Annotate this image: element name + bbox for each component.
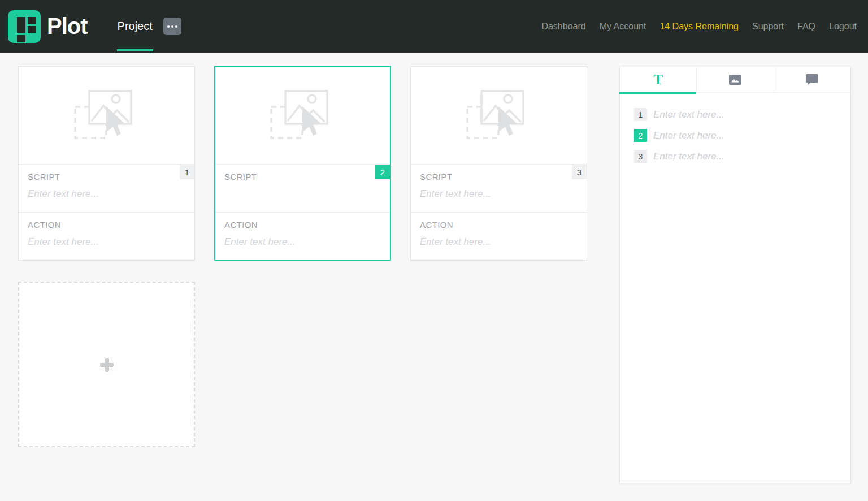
storyboard-card-1: 1 SCRIPT Enter text here... ACTION Enter… [18, 66, 195, 261]
text-row-2-badge: 2 [634, 129, 647, 142]
tab-comment[interactable] [774, 67, 850, 92]
text-row-2[interactable]: 2 Enter text here... [634, 129, 850, 142]
nav-my-account[interactable]: My Account [600, 21, 646, 32]
nav-support[interactable]: Support [752, 21, 784, 32]
card-3-script-input[interactable]: Enter text here... [420, 188, 491, 200]
text-row-3-badge: 3 [634, 150, 647, 163]
card-3-script-label: SCRIPT [420, 172, 452, 182]
text-rows-list: 1 Enter text here... 2 Enter text here..… [620, 93, 850, 163]
image-tab-icon [729, 75, 741, 85]
card-1-script-label: SCRIPT [28, 172, 60, 182]
storyboard-card-3: 3 SCRIPT Enter text here... ACTION Enter… [410, 66, 587, 261]
card-2-action-input[interactable]: Enter text here... [224, 236, 296, 248]
image-placeholder-icon [466, 89, 532, 141]
top-nav: Dashboard My Account 14 Days Remaining S… [541, 21, 857, 32]
image-placeholder-icon [73, 89, 140, 141]
card-1-script-section: 1 SCRIPT Enter text here... [19, 165, 194, 213]
card-1-image-dropzone[interactable] [19, 67, 194, 165]
text-row-1-badge: 1 [634, 108, 647, 121]
card-2-number-badge: 2 [375, 165, 390, 179]
text-row-1-input[interactable]: Enter text here... [653, 109, 724, 120]
card-3-image-dropzone[interactable] [411, 67, 587, 165]
card-1-action-input[interactable]: Enter text here... [28, 236, 99, 248]
card-3-action-input[interactable]: Enter text here... [420, 236, 491, 248]
text-row-3-input[interactable]: Enter text here... [653, 151, 724, 162]
card-3-number-badge: 3 [572, 165, 587, 179]
text-row-1[interactable]: 1 Enter text here... [634, 108, 850, 121]
add-card-button[interactable] [18, 282, 195, 447]
nav-logout[interactable]: Logout [829, 21, 857, 32]
card-2-action-section: ACTION Enter text here... [215, 213, 390, 261]
plot-logo-icon [8, 10, 41, 43]
card-3-action-section: ACTION Enter text here... [411, 213, 587, 261]
tab-image[interactable] [696, 67, 773, 92]
nav-dashboard[interactable]: Dashboard [541, 21, 585, 32]
card-2-script-section: 2 SCRIPT [215, 165, 390, 213]
text-row-2-input[interactable]: Enter text here... [653, 130, 724, 141]
editor-side-panel: T 1 Enter text here... 2 [619, 67, 851, 483]
ellipsis-icon [167, 25, 177, 28]
card-2-image-dropzone[interactable] [215, 67, 390, 165]
card-2-action-label: ACTION [224, 220, 258, 230]
side-panel-tabs: T [620, 67, 850, 93]
text-tab-icon: T [653, 72, 663, 88]
card-3-action-label: ACTION [420, 220, 453, 230]
card-1-script-input[interactable]: Enter text here... [28, 188, 99, 200]
plus-icon [100, 358, 114, 372]
plot-logo[interactable]: Plot [8, 10, 88, 43]
card-1-number-badge: 1 [180, 165, 194, 179]
card-1-action-section: ACTION Enter text here... [19, 213, 194, 261]
project-more-button[interactable] [163, 18, 181, 35]
card-3-script-section: 3 SCRIPT Enter text here... [411, 165, 587, 213]
nav-days-remaining[interactable]: 14 Days Remaining [659, 21, 739, 32]
nav-faq[interactable]: FAQ [797, 21, 815, 32]
comment-tab-icon [806, 74, 818, 85]
card-1-action-label: ACTION [28, 220, 61, 230]
app-header: Plot Project Dashboard My Account 14 Day… [0, 0, 868, 53]
app-title: Plot [47, 14, 88, 39]
text-row-3[interactable]: 3 Enter text here... [634, 150, 850, 163]
image-placeholder-icon [270, 89, 336, 141]
plot-storyboard-app: Plot Project Dashboard My Account 14 Day… [0, 0, 868, 501]
project-tab-label: Project [117, 20, 153, 33]
storyboard-card-2: 2 SCRIPT ACTION Enter text here... [214, 66, 391, 261]
card-2-script-label: SCRIPT [224, 172, 257, 182]
tab-project[interactable]: Project [117, 0, 153, 53]
tab-text[interactable]: T [620, 67, 696, 92]
